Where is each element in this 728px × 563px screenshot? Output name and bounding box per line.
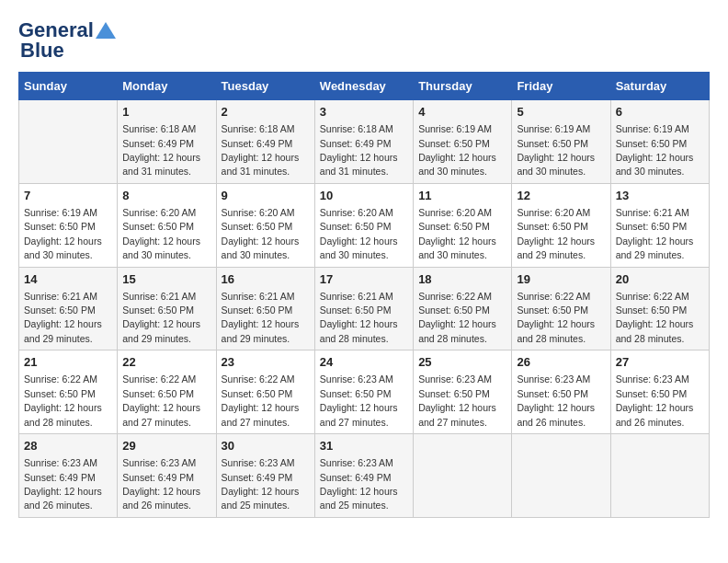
day-info: Sunrise: 6:19 AM Sunset: 6:50 PM Dayligh… [418, 123, 496, 177]
day-number: 5 [517, 104, 605, 121]
calendar-cell [512, 434, 610, 518]
day-header-friday: Friday [512, 73, 610, 100]
calendar-cell: 28Sunrise: 6:23 AM Sunset: 6:49 PM Dayli… [19, 434, 118, 518]
calendar-cell: 14Sunrise: 6:21 AM Sunset: 6:50 PM Dayli… [19, 267, 118, 350]
day-number: 25 [418, 354, 506, 371]
day-info: Sunrise: 6:19 AM Sunset: 6:50 PM Dayligh… [24, 207, 102, 260]
day-info: Sunrise: 6:21 AM Sunset: 6:50 PM Dayligh… [122, 291, 200, 344]
day-number: 11 [418, 188, 506, 204]
calendar-cell: 2Sunrise: 6:18 AM Sunset: 6:49 PM Daylig… [216, 100, 314, 184]
day-number: 21 [24, 354, 112, 371]
calendar-header-row: SundayMondayTuesdayWednesdayThursdayFrid… [19, 73, 710, 100]
calendar-cell: 8Sunrise: 6:20 AM Sunset: 6:50 PM Daylig… [118, 183, 216, 267]
calendar-cell: 1Sunrise: 6:18 AM Sunset: 6:49 PM Daylig… [118, 100, 216, 184]
week-row-5: 28Sunrise: 6:23 AM Sunset: 6:49 PM Dayli… [19, 434, 710, 518]
svg-marker-0 [96, 22, 116, 39]
day-info: Sunrise: 6:22 AM Sunset: 6:50 PM Dayligh… [24, 373, 102, 427]
calendar-cell: 21Sunrise: 6:22 AM Sunset: 6:50 PM Dayli… [19, 350, 118, 434]
calendar-table: SundayMondayTuesdayWednesdayThursdayFrid… [18, 72, 710, 518]
calendar-cell: 19Sunrise: 6:22 AM Sunset: 6:50 PM Dayli… [512, 267, 610, 350]
day-header-sunday: Sunday [19, 73, 118, 100]
day-info: Sunrise: 6:22 AM Sunset: 6:50 PM Dayligh… [418, 291, 496, 344]
calendar-cell: 25Sunrise: 6:23 AM Sunset: 6:50 PM Dayli… [414, 350, 512, 434]
day-header-thursday: Thursday [414, 73, 512, 100]
week-row-2: 7Sunrise: 6:19 AM Sunset: 6:50 PM Daylig… [19, 183, 710, 267]
day-header-monday: Monday [118, 73, 216, 100]
day-info: Sunrise: 6:18 AM Sunset: 6:49 PM Dayligh… [222, 123, 300, 177]
day-info: Sunrise: 6:23 AM Sunset: 6:49 PM Dayligh… [320, 457, 398, 511]
calendar-cell [19, 100, 118, 184]
calendar-cell: 11Sunrise: 6:20 AM Sunset: 6:50 PM Dayli… [414, 183, 512, 267]
calendar-body: 1Sunrise: 6:18 AM Sunset: 6:49 PM Daylig… [19, 100, 710, 518]
week-row-4: 21Sunrise: 6:22 AM Sunset: 6:50 PM Dayli… [19, 350, 710, 434]
week-row-1: 1Sunrise: 6:18 AM Sunset: 6:49 PM Daylig… [19, 100, 710, 184]
day-number: 8 [122, 188, 210, 204]
day-info: Sunrise: 6:21 AM Sunset: 6:50 PM Dayligh… [616, 207, 694, 260]
day-info: Sunrise: 6:20 AM Sunset: 6:50 PM Dayligh… [122, 207, 200, 260]
day-info: Sunrise: 6:21 AM Sunset: 6:50 PM Dayligh… [320, 291, 398, 344]
day-number: 3 [320, 104, 408, 121]
calendar-cell: 4Sunrise: 6:19 AM Sunset: 6:50 PM Daylig… [414, 100, 512, 184]
day-info: Sunrise: 6:20 AM Sunset: 6:50 PM Dayligh… [222, 207, 300, 260]
calendar-cell: 20Sunrise: 6:22 AM Sunset: 6:50 PM Dayli… [610, 267, 709, 350]
day-number: 14 [24, 271, 112, 288]
calendar-cell: 12Sunrise: 6:20 AM Sunset: 6:50 PM Dayli… [512, 183, 610, 267]
day-number: 15 [122, 271, 210, 288]
day-number: 23 [222, 354, 310, 371]
day-info: Sunrise: 6:23 AM Sunset: 6:50 PM Dayligh… [616, 373, 694, 427]
calendar-cell: 13Sunrise: 6:21 AM Sunset: 6:50 PM Dayli… [610, 183, 709, 267]
calendar-cell: 27Sunrise: 6:23 AM Sunset: 6:50 PM Dayli… [610, 350, 709, 434]
day-number: 12 [517, 188, 605, 204]
calendar-cell [610, 434, 709, 518]
calendar-cell: 29Sunrise: 6:23 AM Sunset: 6:49 PM Dayli… [118, 434, 216, 518]
day-number: 26 [517, 354, 605, 371]
day-header-saturday: Saturday [610, 73, 709, 100]
calendar-cell: 17Sunrise: 6:21 AM Sunset: 6:50 PM Dayli… [314, 267, 413, 350]
day-number: 30 [222, 438, 310, 454]
calendar-cell: 7Sunrise: 6:19 AM Sunset: 6:50 PM Daylig… [19, 183, 118, 267]
logo-icon [96, 20, 116, 40]
day-info: Sunrise: 6:19 AM Sunset: 6:50 PM Dayligh… [616, 123, 694, 177]
day-number: 7 [24, 188, 112, 204]
day-info: Sunrise: 6:20 AM Sunset: 6:50 PM Dayligh… [418, 207, 496, 260]
day-info: Sunrise: 6:23 AM Sunset: 6:50 PM Dayligh… [517, 373, 595, 427]
calendar-cell: 3Sunrise: 6:18 AM Sunset: 6:49 PM Daylig… [314, 100, 413, 184]
day-number: 2 [222, 104, 310, 121]
day-number: 10 [320, 188, 408, 204]
day-info: Sunrise: 6:18 AM Sunset: 6:49 PM Dayligh… [122, 123, 200, 177]
day-number: 20 [616, 271, 704, 288]
day-number: 1 [122, 104, 210, 121]
calendar-cell: 5Sunrise: 6:19 AM Sunset: 6:50 PM Daylig… [512, 100, 610, 184]
day-info: Sunrise: 6:22 AM Sunset: 6:50 PM Dayligh… [517, 291, 595, 344]
page-header: General Blue [18, 18, 710, 63]
day-info: Sunrise: 6:20 AM Sunset: 6:50 PM Dayligh… [517, 207, 595, 260]
calendar-cell: 22Sunrise: 6:22 AM Sunset: 6:50 PM Dayli… [118, 350, 216, 434]
calendar-cell [414, 434, 512, 518]
day-info: Sunrise: 6:21 AM Sunset: 6:50 PM Dayligh… [24, 291, 102, 344]
day-header-wednesday: Wednesday [314, 73, 413, 100]
day-info: Sunrise: 6:23 AM Sunset: 6:49 PM Dayligh… [24, 457, 102, 511]
day-info: Sunrise: 6:23 AM Sunset: 6:49 PM Dayligh… [122, 457, 200, 511]
calendar-cell: 30Sunrise: 6:23 AM Sunset: 6:49 PM Dayli… [216, 434, 314, 518]
day-info: Sunrise: 6:23 AM Sunset: 6:50 PM Dayligh… [320, 373, 398, 427]
day-info: Sunrise: 6:23 AM Sunset: 6:50 PM Dayligh… [418, 373, 496, 427]
calendar-cell: 18Sunrise: 6:22 AM Sunset: 6:50 PM Dayli… [414, 267, 512, 350]
calendar-cell: 23Sunrise: 6:22 AM Sunset: 6:50 PM Dayli… [216, 350, 314, 434]
calendar-cell: 6Sunrise: 6:19 AM Sunset: 6:50 PM Daylig… [610, 100, 709, 184]
day-info: Sunrise: 6:22 AM Sunset: 6:50 PM Dayligh… [222, 373, 300, 427]
day-header-tuesday: Tuesday [216, 73, 314, 100]
day-info: Sunrise: 6:21 AM Sunset: 6:50 PM Dayligh… [222, 291, 300, 344]
logo: General Blue [18, 18, 116, 63]
day-number: 18 [418, 271, 506, 288]
day-number: 9 [222, 188, 310, 204]
day-number: 29 [122, 438, 210, 454]
calendar-cell: 26Sunrise: 6:23 AM Sunset: 6:50 PM Dayli… [512, 350, 610, 434]
day-number: 19 [517, 271, 605, 288]
day-info: Sunrise: 6:20 AM Sunset: 6:50 PM Dayligh… [320, 207, 398, 260]
day-info: Sunrise: 6:22 AM Sunset: 6:50 PM Dayligh… [616, 291, 694, 344]
day-number: 31 [320, 438, 408, 454]
day-info: Sunrise: 6:18 AM Sunset: 6:49 PM Dayligh… [320, 123, 398, 177]
day-info: Sunrise: 6:19 AM Sunset: 6:50 PM Dayligh… [517, 123, 595, 177]
week-row-3: 14Sunrise: 6:21 AM Sunset: 6:50 PM Dayli… [19, 267, 710, 350]
calendar-cell: 9Sunrise: 6:20 AM Sunset: 6:50 PM Daylig… [216, 183, 314, 267]
